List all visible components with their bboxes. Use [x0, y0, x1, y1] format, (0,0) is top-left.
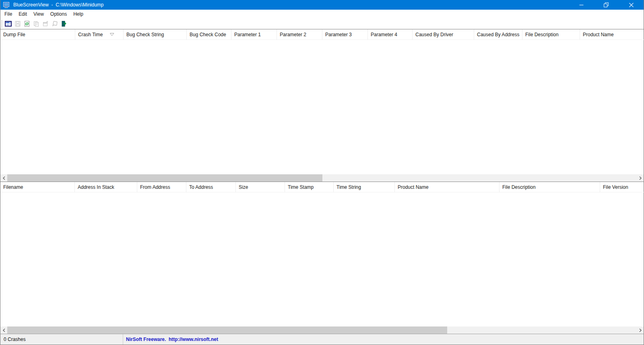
restore-icon: [604, 2, 609, 7]
exit-icon: [60, 21, 67, 27]
column-header[interactable]: Filename: [0, 182, 75, 192]
toolbar-separator: [2, 20, 2, 28]
chevron-right-icon: [639, 176, 642, 180]
refresh-button[interactable]: [22, 19, 31, 28]
dump-properties-button[interactable]: [4, 19, 13, 28]
chevron-right-icon: [639, 328, 642, 332]
title-bar[interactable]: BlueScreenView - C:\Windows\Minidump: [0, 0, 644, 10]
lower-panel: Filename Address In Stack From Address: [0, 182, 644, 334]
column-header-label: From Address: [140, 184, 170, 190]
column-header[interactable]: Bug Check String: [124, 29, 187, 40]
column-header-label: Parameter 2: [280, 32, 306, 37]
column-header-label: Product Name: [398, 184, 429, 190]
column-header-label: Dump File: [3, 32, 25, 37]
restore-button[interactable]: [594, 0, 619, 10]
column-header[interactable]: File Version: [600, 182, 644, 192]
upper-panel: Dump File Crash Time Bug Check String: [0, 29, 644, 182]
column-header-label: File Version: [603, 184, 628, 190]
dump-properties-icon: [5, 21, 12, 27]
column-header-label: Size: [239, 184, 248, 190]
scrollbar-thumb[interactable]: [7, 174, 322, 182]
column-header-label: Crash Time: [78, 32, 103, 37]
column-header-label: Bug Check String: [126, 32, 164, 37]
scroll-right-button[interactable]: [637, 326, 644, 334]
column-header-label: Filename: [3, 184, 23, 190]
freeware-pane: NirSoft Freeware. http://www.nirsoft.net: [123, 337, 218, 342]
toolbar: [0, 19, 644, 29]
column-header[interactable]: Product Name: [395, 182, 500, 192]
column-header-label: Product Name: [583, 32, 614, 37]
driver-list-body[interactable]: [0, 192, 644, 326]
column-header-label: Parameter 3: [325, 32, 352, 37]
refresh-icon: [24, 21, 30, 27]
column-header[interactable]: Product Name: [580, 29, 644, 40]
minimize-button[interactable]: [569, 0, 594, 10]
save-button[interactable]: [13, 19, 22, 28]
window-controls: [569, 0, 644, 10]
minimize-icon: [579, 3, 584, 7]
menu-item[interactable]: File: [1, 10, 15, 18]
properties-icon: [42, 21, 49, 27]
scroll-right-button[interactable]: [637, 174, 644, 182]
column-header[interactable]: Parameter 1: [231, 29, 277, 40]
column-header[interactable]: Size: [236, 182, 285, 192]
column-header-label: Address In Stack: [78, 184, 114, 190]
column-header[interactable]: File Description: [522, 29, 580, 40]
copy-icon: [33, 21, 39, 27]
column-header[interactable]: File Description: [500, 182, 600, 192]
chevron-left-icon: [3, 328, 5, 332]
status-bar: 0 Crashes NirSoft Freeware. http://www.n…: [0, 334, 644, 345]
window-title: BlueScreenView - C:\Windows\Minidump: [13, 2, 104, 8]
crash-count-pane: 0 Crashes: [0, 337, 123, 342]
upper-h-scrollbar: [0, 174, 644, 182]
lower-column-header-row: Filename Address In Stack From Address: [0, 182, 644, 192]
column-header[interactable]: Dump File: [0, 29, 75, 40]
column-header[interactable]: Parameter 4: [368, 29, 413, 40]
crash-list-body[interactable]: [0, 40, 644, 174]
scrollbar-thumb[interactable]: [7, 326, 447, 334]
column-header[interactable]: From Address: [137, 182, 186, 192]
bluescreenview-window: BlueScreenView - C:\Windows\Minidump Fil…: [0, 0, 644, 345]
close-icon: [629, 3, 634, 7]
menu-item[interactable]: Help: [70, 10, 87, 18]
column-header[interactable]: Address In Stack: [75, 182, 137, 192]
column-header-label: File Description: [525, 32, 559, 37]
column-header-label: File Description: [502, 184, 536, 190]
exit-button[interactable]: [59, 19, 68, 28]
copy-button[interactable]: [31, 19, 41, 28]
column-header-label: Bug Check Code: [190, 32, 226, 37]
menu-item[interactable]: Options: [47, 10, 70, 18]
column-header-label: Parameter 4: [371, 32, 397, 37]
column-header[interactable]: Crash Time: [75, 29, 124, 40]
column-header-label: Caused By Address: [477, 32, 519, 37]
scrollbar-track[interactable]: [7, 326, 637, 334]
column-header-label: Caused By Driver: [415, 32, 453, 37]
scrollbar-track[interactable]: [7, 174, 637, 182]
properties-button[interactable]: [41, 19, 50, 28]
upper-column-header-row: Dump File Crash Time Bug Check String: [0, 29, 644, 40]
column-header-label: Parameter 1: [234, 32, 261, 37]
sort-indicator-icon: [109, 33, 115, 36]
close-button[interactable]: [619, 0, 644, 10]
column-header[interactable]: Parameter 2: [277, 29, 322, 40]
column-header-label: Time Stamp: [288, 184, 314, 190]
app-icon[interactable]: [3, 2, 10, 8]
crash-count-text: 0 Crashes: [4, 337, 26, 342]
scroll-left-button[interactable]: [0, 326, 7, 334]
column-header[interactable]: Caused By Address: [474, 29, 522, 40]
menu-bar: FileEditViewOptionsHelp: [0, 10, 644, 19]
find-icon: [52, 21, 58, 27]
chevron-left-icon: [3, 176, 5, 180]
column-header[interactable]: Time Stamp: [285, 182, 334, 192]
column-header[interactable]: Parameter 3: [322, 29, 368, 40]
menu-item[interactable]: View: [30, 10, 47, 18]
column-header[interactable]: Time String: [334, 182, 395, 192]
scroll-left-button[interactable]: [0, 174, 7, 182]
column-header[interactable]: Caused By Driver: [413, 29, 474, 40]
menu-item[interactable]: Edit: [15, 10, 30, 18]
find-button[interactable]: [50, 19, 59, 28]
column-header[interactable]: Bug Check Code: [187, 29, 231, 40]
column-header-label: Time String: [336, 184, 361, 190]
column-header[interactable]: To Address: [186, 182, 236, 192]
column-header-label: To Address: [189, 184, 213, 190]
